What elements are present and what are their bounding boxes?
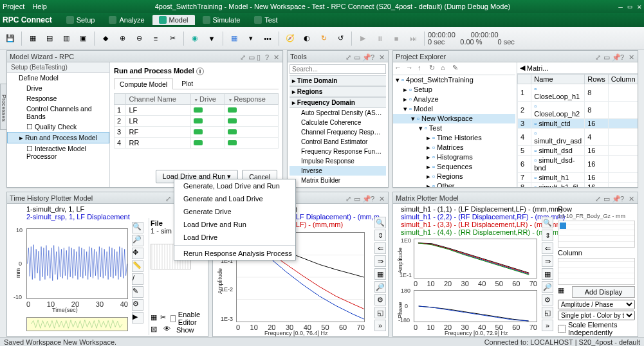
info-icon[interactable]: i	[196, 68, 204, 75]
table-row[interactable]: 3RF	[115, 127, 279, 138]
column-grid[interactable]	[558, 258, 635, 285]
table-row[interactable]: 7▫ simult_h116	[518, 173, 638, 183]
tb-7[interactable]: ⊖	[131, 31, 147, 46]
zoom-in-icon[interactable]: 🔍	[132, 222, 143, 233]
tb-8[interactable]: ≡	[148, 31, 163, 46]
tb-9[interactable]: ◉	[187, 31, 203, 46]
maximize-icon[interactable]: ⤢	[165, 195, 172, 201]
table-row[interactable]: 1LF	[115, 105, 279, 116]
tb-15[interactable]: ↺	[333, 31, 348, 46]
grid-icon[interactable]: ▦	[542, 268, 553, 280]
tree-node[interactable]: ▸ ▫ Regions	[393, 172, 515, 181]
fullscreen-icon[interactable]: ◱	[374, 307, 386, 318]
window-icon[interactable]: ▭	[603, 53, 610, 60]
arrow-right-icon[interactable]: ⇒	[542, 255, 553, 267]
color-mode-select[interactable]: Single plot - Color by trace	[558, 311, 635, 320]
ribbon-tab-test[interactable]: Test	[248, 15, 284, 25]
settings-icon[interactable]: ⚙	[132, 299, 143, 311]
zoom-v-icon[interactable]: ⇕	[542, 230, 553, 241]
tb-13[interactable]: •••	[260, 31, 275, 46]
table-row[interactable]: 3▫ simult_ctd16	[518, 119, 638, 129]
wizard-nav-item[interactable]: Drive	[7, 83, 109, 93]
dropdown-item[interactable]: Generate Drive	[174, 205, 295, 218]
wizard-nav-item[interactable]: Define Model	[7, 73, 109, 83]
play-icon[interactable]: ▶	[355, 31, 371, 46]
close-icon[interactable]: ✕	[629, 53, 635, 60]
table-row[interactable]: 8▫ simult_h1_fil16	[518, 183, 638, 188]
close-icon[interactable]: ✕	[379, 53, 385, 60]
add-display-button[interactable]: Add Display	[572, 286, 635, 298]
arrow-left-icon[interactable]: ⇐	[542, 242, 553, 254]
subtab-plot[interactable]: Plot	[176, 78, 199, 89]
tree-node[interactable]: ▸ ▫ Histograms	[393, 152, 515, 162]
enable-editor-checkbox[interactable]	[170, 315, 176, 322]
help-icon[interactable]: ?	[371, 195, 377, 201]
table-row[interactable]: 2▫ CloseLoop_h28	[518, 102, 638, 119]
compass-icon[interactable]: 🧭	[282, 31, 298, 46]
search-input[interactable]	[290, 64, 386, 74]
phase-plot[interactable]	[414, 290, 537, 322]
ribbon-tab-setup[interactable]: Setup	[60, 15, 102, 25]
grid-icon[interactable]: ▦	[226, 31, 242, 46]
maximize-icon[interactable]: ⤢	[345, 195, 352, 201]
tree-node[interactable]: ▸ ▫ Analyze	[393, 95, 515, 104]
back-icon[interactable]: ←	[394, 64, 405, 74]
tree-node[interactable]: ▾ ▫ Model	[393, 104, 515, 114]
close-button[interactable]: ✕	[637, 3, 641, 11]
subtab-compute[interactable]: Compute Model	[114, 78, 173, 89]
img-icon[interactable]: ▧	[151, 325, 161, 334]
tree-node[interactable]: ▸ ▫ Matrices	[393, 143, 515, 152]
save-icon[interactable]: 💾	[3, 31, 18, 46]
menu-help[interactable]: Help	[32, 3, 47, 10]
pan-icon[interactable]: ✥	[132, 248, 143, 259]
tool-item[interactable]: Calculate Coherence	[290, 118, 386, 127]
tool-category[interactable]: ▸ Regions	[290, 86, 386, 97]
arrow-left-icon[interactable]: ⇐	[374, 242, 386, 254]
maximize-icon[interactable]: ⤢	[240, 53, 246, 60]
zoom-icon[interactable]: 🔎	[542, 281, 553, 293]
table-row[interactable]: 6▫ simult_dsd-bnd16	[518, 156, 638, 173]
dropdown-item[interactable]: Generate and Load Drive	[174, 192, 295, 205]
settings-icon[interactable]: ⚙	[374, 294, 386, 305]
ruler-icon[interactable]: 📏	[132, 260, 143, 272]
play-icon[interactable]: ▶	[132, 312, 143, 323]
tool-item[interactable]: Frequency Response Function	[290, 147, 386, 156]
ribbon-tab-simulate[interactable]: Simulate	[196, 15, 247, 25]
tb-2[interactable]: ▤	[42, 31, 57, 46]
table-row[interactable]: 1▫ CloseLoop_h18	[518, 84, 638, 102]
wizard-nav-item[interactable]: ☐ Interactive Model Processor	[7, 143, 109, 161]
pin-icon[interactable]: 📌	[362, 195, 369, 201]
tool-category[interactable]: ▸ Time Domain	[290, 75, 386, 86]
pin-icon[interactable]: ▯	[257, 53, 263, 60]
time-plot[interactable]	[26, 228, 128, 299]
home-icon[interactable]: ⌂	[441, 64, 451, 74]
refresh-icon[interactable]: ↻	[429, 64, 439, 74]
maximize-icon[interactable]: ⤢	[595, 53, 602, 60]
menu-project[interactable]: Project	[3, 3, 24, 10]
cursor-icon[interactable]: ✎	[132, 286, 143, 298]
table-row[interactable]: 5▫ simult_dsd16	[518, 146, 638, 156]
dropdown-item[interactable]: Load Drive	[174, 231, 295, 244]
table-row[interactable]: 4▫ simult_drv_asd4	[518, 129, 638, 146]
row-grid[interactable]	[558, 221, 635, 248]
refresh-icon[interactable]: ↻	[316, 31, 331, 46]
tb-4[interactable]: ▣	[75, 31, 91, 46]
settings-icon[interactable]: ⚙	[542, 294, 553, 305]
zoom-icon[interactable]: 🔎	[374, 281, 386, 293]
window-icon[interactable]: ▭	[354, 195, 360, 201]
close-icon[interactable]: ✕	[273, 53, 280, 60]
tool-item[interactable]: Control Band Estimator	[290, 137, 386, 147]
table-row[interactable]: 2LR	[115, 116, 279, 127]
more-icon[interactable]: »	[374, 320, 386, 331]
help-icon[interactable]: ?	[620, 53, 627, 60]
dropdown-item[interactable]: Load Drive and Run	[174, 218, 295, 231]
pin-icon[interactable]: 📌	[612, 53, 618, 60]
close-icon[interactable]: ✕	[379, 195, 385, 201]
tb-5[interactable]: ◆	[98, 31, 113, 46]
maximize-button[interactable]: ▭	[628, 3, 632, 11]
window-icon[interactable]: ▭	[603, 195, 610, 201]
maximize-icon[interactable]: ⤢	[595, 195, 602, 201]
amplitude-plot[interactable]	[414, 239, 537, 278]
more-icon[interactable]: »	[542, 320, 553, 331]
ribbon-tab-model[interactable]: Model	[152, 15, 195, 25]
